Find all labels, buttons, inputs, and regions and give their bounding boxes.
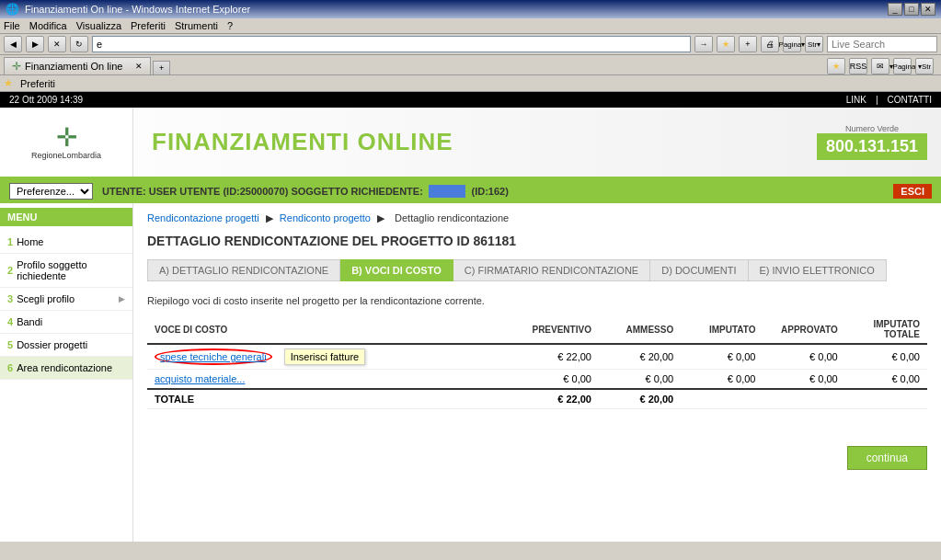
app-title: FINANZIAMENTI ONLINE [152, 128, 785, 156]
soggetto-id: (ID:162) [472, 186, 509, 197]
menu-visualizza[interactable]: Visualizza [76, 20, 121, 31]
back-button[interactable]: ◀ [4, 36, 22, 52]
total-label: TOTALE [147, 389, 517, 409]
spese-preventivo: € 22,00 [517, 344, 599, 370]
browser-menu-bar: File Modifica Visualizza Preferiti Strum… [0, 18, 941, 34]
tab-b[interactable]: B) VOCI DI COSTO [340, 259, 453, 281]
utente-label: UTENTE: [102, 186, 146, 197]
close-tab-icon[interactable]: ✕ [135, 62, 143, 71]
tab-label: Finanziamenti On line [25, 61, 122, 72]
sidebar-item-bandi[interactable]: 4 Bandi [0, 311, 132, 334]
search-input[interactable] [827, 36, 937, 52]
str-button[interactable]: Str▾ [805, 36, 823, 52]
minimize-button[interactable]: _ [888, 3, 902, 16]
contatti-link[interactable]: CONTATTI [887, 95, 932, 105]
chevron-right-icon: ▶ [119, 294, 125, 303]
sidebar-item-area[interactable]: 6 Area rendicontazione [0, 357, 132, 380]
spese-ammesso: € 20,00 [599, 344, 681, 370]
menu-preferiti[interactable]: Preferiti [131, 20, 166, 31]
logo-text: RegioneLombardia [31, 151, 101, 160]
table-row: spese tecniche generali Inserisci fattur… [147, 344, 927, 370]
tab-d[interactable]: D) DOCUMENTI [650, 259, 748, 281]
page-button[interactable]: Pagina▾ [783, 36, 801, 52]
sidebar: MENU 1 Home 2 Profilo soggetto richieden… [0, 203, 133, 542]
print-button[interactable]: 🖨 [761, 36, 779, 52]
rss-button[interactable]: RSS [849, 58, 867, 74]
tab-navigation: A) DETTAGLIO RENDICONTAZIONE B) VOCI DI … [147, 259, 927, 281]
logo-area: ✛ RegioneLombardia [0, 108, 133, 177]
address-input[interactable] [92, 36, 691, 52]
sidebar-item-profilo-label: Profilo soggetto richiedente [17, 259, 125, 281]
preferenze-select[interactable]: Preferenze... [9, 183, 93, 200]
col-header-ammesso: AMMESSO [599, 315, 681, 344]
col-header-voce: VOCE DI COSTO [147, 315, 517, 344]
action-bar: continua [147, 428, 927, 470]
forward-button[interactable]: ▶ [26, 36, 44, 52]
total-imputato-totale [845, 389, 927, 409]
total-imputato [681, 389, 763, 409]
sidebar-item-scegli-label: Scegli profilo [17, 293, 75, 304]
menu-strumenti[interactable]: Strumenti [175, 20, 218, 31]
browser-toolbar: ◀ ▶ ✕ ↻ → ★ + 🖨 Pagina▾ Str▾ [0, 34, 941, 55]
tab-a[interactable]: A) DETTAGLIO RENDICONTAZIONE [147, 259, 340, 281]
total-preventivo: € 22,00 [517, 389, 599, 409]
stop-button[interactable]: ✕ [48, 36, 66, 52]
mail-button[interactable]: ✉ [871, 58, 889, 74]
content-area: Rendicontazione progetti ▶ Rendiconto pr… [133, 203, 941, 542]
soggetto-label: SOGGETTO RICHIEDENTE: [291, 186, 422, 197]
menu-help[interactable]: ? [227, 20, 233, 31]
col-header-imputato-totale: IMPUTATOTOTALE [845, 315, 927, 344]
utente-value: USER UTENTE (ID:25000070) [149, 186, 289, 197]
tab-e[interactable]: E) INVIO ELETTRONICO [749, 259, 887, 281]
cost-table: VOCE DI COSTO PREVENTIVO AMMESSO IMPUTAT… [147, 315, 927, 409]
maximize-button[interactable]: □ [904, 3, 919, 16]
sidebar-item-profilo[interactable]: 2 Profilo soggetto richiedente [0, 254, 132, 288]
numero-verde: Numero Verde 800.131.151 [803, 124, 941, 160]
str-button-2[interactable]: ▾Str [915, 58, 934, 74]
browser-tab[interactable]: ✛ Finanziamenti On line ✕ [4, 57, 151, 74]
sidebar-item-bandi-label: Bandi [17, 316, 42, 327]
menu-title: MENU [0, 208, 132, 226]
header-datetime: 22 Ott 2009 14:39 [9, 95, 83, 105]
menu-modifica[interactable]: Modifica [29, 20, 67, 31]
refresh-button[interactable]: ↻ [70, 36, 88, 52]
app-header: 22 Ott 2009 14:39 LINK | CONTATTI [0, 92, 941, 108]
numero-verde-label: Numero Verde [817, 124, 927, 133]
sidebar-item-dossier[interactable]: 5 Dossier progetti [0, 334, 132, 357]
page-title: DETTAGLIO RENDICONTAZIONE DEL PROGETTO I… [147, 234, 927, 248]
sidebar-item-dossier-label: Dossier progetti [17, 339, 87, 350]
breadcrumb-item-0[interactable]: Rendicontazione progetti [147, 212, 259, 223]
app-wrapper: 22 Ott 2009 14:39 LINK | CONTATTI ✛ Regi… [0, 92, 941, 542]
go-button[interactable]: → [694, 36, 713, 52]
new-tab-button[interactable]: + [153, 61, 170, 74]
voce-acquisto: acquisto materiale... [147, 370, 517, 390]
acquisto-link[interactable]: acquisto materiale... [155, 373, 245, 384]
window-title: Finanziamenti On line - Windows Internet… [25, 4, 882, 15]
menu-file[interactable]: File [4, 20, 20, 31]
acquisto-imputato: € 0,00 [681, 370, 763, 390]
continua-button[interactable]: continua [847, 446, 927, 470]
col-header-preventivo: PREVENTIVO [517, 315, 599, 344]
total-row: TOTALE € 22,00 € 20,00 [147, 389, 927, 409]
col-header-approvato: APPROVATO [763, 315, 844, 344]
favicon-icon: ✛ [12, 60, 21, 73]
logo-cross-icon: ✛ [56, 125, 77, 151]
brand-title: FINANZIAMENTI ONLINE [133, 128, 803, 156]
tab-c[interactable]: C) FIRMATARIO RENDICONTAZIONE [453, 259, 650, 281]
preferiti-label[interactable]: Preferiti [20, 78, 55, 89]
esci-button[interactable]: ESCI [893, 184, 932, 199]
acquisto-imputato-totale: € 0,00 [845, 370, 927, 390]
title-bar: 🌐 Finanziamenti On line - Windows Intern… [0, 0, 941, 18]
breadcrumb-item-1[interactable]: Rendiconto progetto [280, 212, 371, 223]
add-favorites-button[interactable]: + [739, 36, 757, 52]
voce-spese: spese tecniche generali Inserisci fattur… [147, 344, 517, 370]
favorites-button-2[interactable]: ★ [827, 58, 845, 74]
link-link[interactable]: LINK [846, 95, 866, 105]
spese-link[interactable]: spese tecniche generali [160, 351, 267, 362]
sidebar-item-home[interactable]: 1 Home [0, 231, 132, 254]
page-button-2[interactable]: ▾Pagina [893, 58, 912, 74]
close-button[interactable]: ✕ [921, 3, 935, 16]
favorites-star[interactable]: ★ [717, 36, 735, 52]
sidebar-item-scegli[interactable]: 3 Scegli profilo ▶ [0, 288, 132, 311]
brand-bar: ✛ RegioneLombardia FINANZIAMENTI ONLINE … [0, 108, 941, 179]
